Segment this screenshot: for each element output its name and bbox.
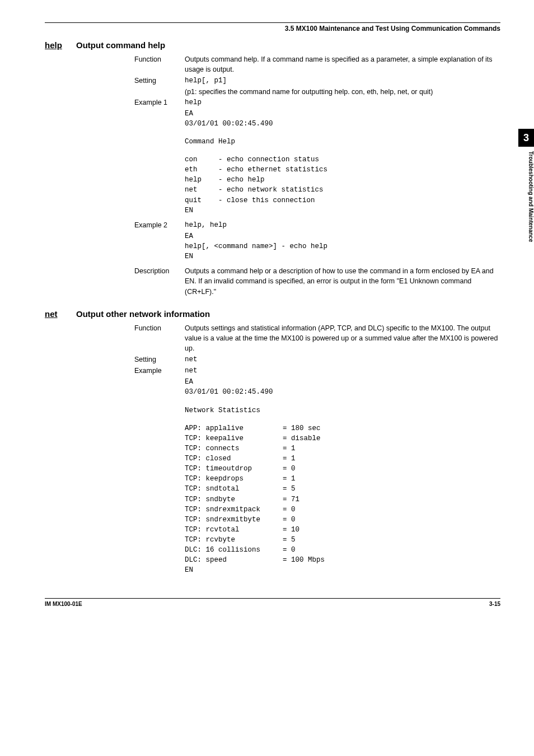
- document-page: 3.5 MX100 Maintenance and Test Using Com…: [0, 0, 534, 734]
- label-setting-net: Setting: [134, 354, 185, 365]
- help-ex1-key: eth: [185, 165, 218, 175]
- net-ex-header: Network Statistics: [185, 405, 500, 416]
- net-stats-value: = 71: [283, 494, 299, 505]
- net-stats-value: = 0: [283, 545, 296, 555]
- net-abbr: net: [45, 309, 67, 319]
- help-ex1-key: help: [185, 175, 218, 185]
- net-stats-value: = 180 sec: [283, 423, 321, 433]
- help-setting-note: (p1: specifies the command name for outp…: [185, 87, 500, 97]
- help-setting-code: help[, p1]: [185, 76, 500, 86]
- help-ex1-footer: EN: [185, 206, 500, 216]
- net-example-row: Example net: [134, 366, 500, 376]
- net-stats-key: TCP: rcvbyte: [185, 535, 283, 545]
- footer-left: IM MX100-01E: [45, 601, 82, 607]
- side-label: Troubleshooting and Maintenance: [518, 147, 534, 242]
- net-function-text: Outputs settings and statistical informa…: [185, 323, 500, 353]
- net-stats-key: TCP: keepalive: [185, 433, 283, 444]
- net-function-row: Function Outputs settings and statistica…: [134, 323, 500, 353]
- net-stats-item: TCP: keepalive= disable: [185, 433, 500, 444]
- net-stats-key: TCP: timeoutdrop: [185, 464, 283, 474]
- net-stats-value: = disable: [283, 433, 321, 444]
- help-ex1-table: con- echo connection statuseth- echo eth…: [185, 155, 500, 206]
- help-ex1-row: Example 1 help: [134, 97, 500, 108]
- net-setting-row: Setting net: [134, 354, 500, 365]
- net-stats-item: TCP: timeoutdrop= 0: [185, 464, 500, 474]
- footer-right: 3-15: [489, 601, 500, 607]
- help-ex1-l1: help: [185, 97, 500, 108]
- net-stats-value: = 1: [283, 444, 296, 454]
- help-function-row: Function Outputs command help. If a comm…: [134, 54, 500, 74]
- help-ex1-item: net- echo network statistics: [185, 185, 500, 195]
- help-ex2-l2: EA: [185, 231, 500, 241]
- net-stats-key: TCP: sndrexmitbyte: [185, 515, 283, 525]
- net-stats-value: = 0: [283, 515, 296, 525]
- net-stats-key: DLC: 16 collisions: [185, 545, 283, 555]
- help-ex1-key: con: [185, 155, 218, 165]
- help-abbr: help: [45, 40, 67, 50]
- page-footer: IM MX100-01E 3-15: [45, 598, 500, 607]
- net-ex-l2: EA: [185, 377, 500, 387]
- help-ex1-value: - echo help: [218, 175, 265, 185]
- label-example1: Example 1: [134, 97, 185, 108]
- net-ex-l1: net: [185, 366, 500, 376]
- net-stats-key: TCP: rcvtotal: [185, 525, 283, 535]
- net-stats-value: = 0: [283, 505, 296, 515]
- label-function-net: Function: [134, 323, 185, 353]
- help-ex1-l2: EA: [185, 109, 500, 119]
- net-stats-value: = 5: [283, 535, 296, 545]
- net-stats-item: TCP: sndrexmitpack= 0: [185, 505, 500, 515]
- help-title: Output command help: [76, 40, 165, 50]
- net-stats-item: APP: applalive= 180 sec: [185, 423, 500, 433]
- help-ex1-key: quit: [185, 195, 218, 206]
- label-function: Function: [134, 54, 185, 74]
- label-setting: Setting: [134, 76, 185, 86]
- help-ex1-value: - echo connection status: [218, 155, 319, 165]
- net-stats-item: TCP: connects= 1: [185, 444, 500, 454]
- net-stats-value: = 5: [283, 484, 296, 494]
- help-ex2-l4: EN: [185, 251, 500, 262]
- help-function-text: Outputs command help. If a command name …: [185, 54, 500, 74]
- net-stats-key: TCP: connects: [185, 444, 283, 454]
- net-stats-item: TCP: rcvtotal= 10: [185, 525, 500, 535]
- net-stats-value: = 100 Mbps: [283, 555, 325, 565]
- help-heading: help Output command help: [45, 40, 500, 50]
- help-ex1-key: net: [185, 185, 218, 195]
- net-stats-item: TCP: sndtotal= 5: [185, 484, 500, 494]
- help-ex1-value: - echo ethernet statistics: [218, 165, 327, 175]
- net-stats-key: TCP: closed: [185, 454, 283, 464]
- chapter-number: 3: [518, 129, 534, 147]
- net-stats-key: APP: applalive: [185, 423, 283, 433]
- net-stats-key: TCP: sndbyte: [185, 494, 283, 505]
- net-stats-item: TCP: rcvbyte= 5: [185, 535, 500, 545]
- help-ex1-item: con- echo connection status: [185, 155, 500, 165]
- net-title: Output other network information: [76, 309, 210, 319]
- help-ex1-l3: 03/01/01 00:02:45.490: [185, 119, 500, 129]
- net-stats-key: DLC: speed: [185, 555, 283, 565]
- help-ex1-item: quit- close this connection: [185, 195, 500, 206]
- net-stats-table: APP: applalive= 180 secTCP: keepalive= d…: [185, 423, 500, 566]
- net-ex-footer: EN: [185, 565, 500, 575]
- net-stats-item: TCP: closed= 1: [185, 454, 500, 464]
- help-ex1-header: Command Help: [185, 137, 500, 147]
- net-ex-l3: 03/01/01 00:02:45.490: [185, 387, 500, 397]
- top-rule: [45, 22, 500, 23]
- net-heading: net Output other network information: [45, 309, 500, 319]
- net-stats-value: = 1: [283, 454, 296, 464]
- net-stats-key: TCP: sndrexmitpack: [185, 505, 283, 515]
- net-stats-item: DLC: speed= 100 Mbps: [185, 555, 500, 565]
- help-desc-row: Description Outputs a command help or a …: [134, 266, 500, 296]
- help-ex2-l3: help[, <command name>] - echo help: [185, 241, 500, 251]
- label-example-net: Example: [134, 366, 185, 376]
- help-ex2-l1: help, help: [185, 220, 500, 230]
- help-ex2-row: Example 2 help, help: [134, 220, 500, 230]
- net-setting-code: net: [185, 354, 500, 365]
- net-stats-item: DLC: 16 collisions= 0: [185, 545, 500, 555]
- net-stats-item: TCP: sndbyte= 71: [185, 494, 500, 505]
- section-title: 3.5 MX100 Maintenance and Test Using Com…: [45, 25, 500, 32]
- net-stats-item: TCP: sndrexmitbyte= 0: [185, 515, 500, 525]
- label-example2: Example 2: [134, 220, 185, 230]
- help-ex1-item: help- echo help: [185, 175, 500, 185]
- net-stats-key: TCP: sndtotal: [185, 484, 283, 494]
- help-desc-text: Outputs a command help or a description …: [185, 266, 500, 296]
- net-stats-value: = 0: [283, 464, 296, 474]
